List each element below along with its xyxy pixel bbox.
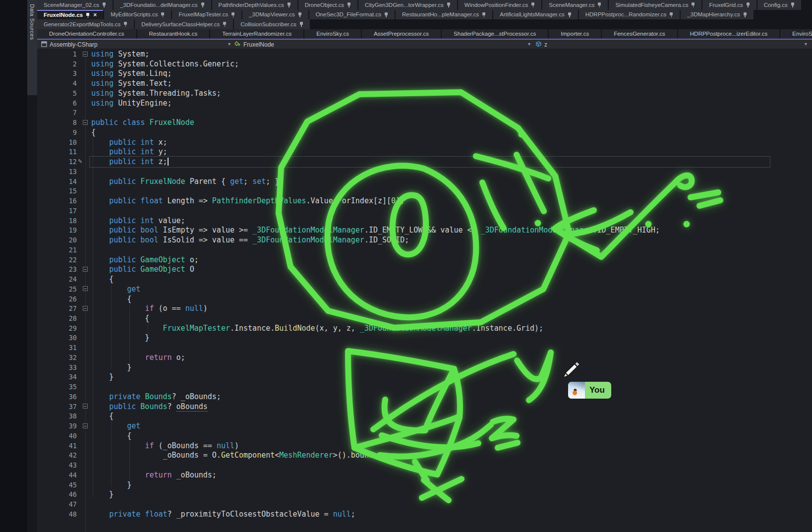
code-editor[interactable]: 1−using System;2using System.Collections… bbox=[37, 49, 812, 532]
code-line[interactable]: 37− public Bounds? oBounds bbox=[37, 402, 812, 412]
tab-importer-cs[interactable]: Importer.cs bbox=[549, 29, 601, 39]
code-line[interactable]: 26 { bbox=[37, 294, 812, 304]
code-line[interactable]: 44 return _oBounds; bbox=[37, 470, 812, 480]
tab-restaurantho-plemanager-cs[interactable]: RestaurantHo...pleManager.cs bbox=[396, 10, 492, 20]
tab-generator2exportmaptools-cs[interactable]: Generator2ExportMapTools.cs bbox=[37, 19, 134, 29]
fold-marker[interactable]: − bbox=[83, 423, 88, 428]
tab-droneobject-cs[interactable]: DroneObject.cs bbox=[298, 0, 357, 10]
tab-hdrppostproc-randomizer-cs[interactable]: HDRPPostproc...Randomizer.cs bbox=[579, 10, 680, 20]
tab-restauranthook-cs[interactable]: RestaurantHook.cs bbox=[137, 29, 210, 39]
code-line[interactable]: 19 public bool IsEmpty => value >= _3DFo… bbox=[37, 225, 812, 235]
tab-fencesgenerator-cs[interactable]: FencesGenerator.cs bbox=[602, 29, 677, 39]
tab-collisionsubscriber-cs[interactable]: CollisionSubscriber.cs bbox=[234, 19, 310, 29]
pin-icon[interactable] bbox=[299, 21, 303, 27]
chevron-down-icon[interactable]: ▾ bbox=[805, 41, 807, 47]
code-line[interactable]: 39− get bbox=[37, 421, 812, 431]
code-line[interactable]: 35 bbox=[37, 382, 812, 392]
type-dropdown[interactable]: FruxelNode bbox=[234, 41, 274, 49]
tab-citygen3dgen-torwrapper-cs[interactable]: CityGen3DGen...torWrapper.cs bbox=[358, 0, 457, 10]
tab-artificiallightsmanager-cs[interactable]: ArtificialLightsManager.cs bbox=[493, 10, 578, 20]
pin-icon[interactable] bbox=[531, 2, 535, 7]
tab-assetpreprocessor-cs[interactable]: AssetPreprocessor.cs bbox=[362, 29, 441, 39]
code-line[interactable]: 38 { bbox=[37, 411, 812, 421]
code-line[interactable]: 15 bbox=[37, 186, 812, 196]
code-line[interactable]: 23− public GameObject O bbox=[37, 264, 812, 274]
pin-icon[interactable] bbox=[669, 12, 673, 17]
tab-windowpositionfinder-cs[interactable]: WindowPositionFinder.cs bbox=[458, 0, 541, 10]
code-line[interactable]: 16 public float Length => PathfinderDept… bbox=[37, 196, 812, 206]
tab-droneorientationcontroller-cs[interactable]: DroneOrientationController.cs bbox=[37, 29, 136, 39]
pin-icon[interactable] bbox=[298, 12, 302, 17]
tab-fruxelmaptester-cs[interactable]: FruxelMapTester.cs bbox=[172, 10, 241, 20]
pin-icon[interactable] bbox=[201, 2, 205, 7]
code-line[interactable]: 47 bbox=[37, 499, 812, 509]
code-line[interactable]: 22 public GameObject o; bbox=[37, 255, 812, 265]
code-line[interactable]: 9{ bbox=[37, 127, 812, 137]
project-dropdown[interactable]: Assembly-CSharp bbox=[41, 41, 98, 49]
tab-3dmaphierarchy-cs[interactable]: _3DMapHierarchy.cs bbox=[681, 10, 754, 20]
pin-icon[interactable] bbox=[231, 12, 235, 17]
code-line[interactable]: 29 FruxelMapTester.Instance.BuildNode(x,… bbox=[37, 323, 812, 333]
pin-icon[interactable] bbox=[102, 2, 106, 7]
code-line[interactable]: 17 bbox=[37, 206, 812, 216]
tab-pathfinderdepthvalues-cs[interactable]: PathfinderDepthValues.cs bbox=[212, 0, 297, 10]
code-line[interactable]: 31 bbox=[37, 343, 812, 353]
tab-scenemanager-02-cs[interactable]: SceneManager_02.cs bbox=[37, 0, 113, 10]
tab-myeditorscripts-cs[interactable]: MyEditorScripts.cs bbox=[104, 10, 171, 20]
tab-hdrppostproce-izereditor-cs[interactable]: HDRPPostproce...izerEditor.cs bbox=[678, 29, 780, 39]
code-line[interactable]: 7 bbox=[37, 108, 812, 118]
pin-icon[interactable] bbox=[597, 2, 601, 7]
code-line[interactable]: 20 public bool IsSolid => value == _3DFo… bbox=[37, 235, 812, 245]
code-line[interactable]: 3using System.Linq; bbox=[37, 68, 812, 78]
code-line[interactable]: 32 return o; bbox=[37, 353, 812, 362]
tab-3dmapviewer-cs[interactable]: _3DMapViewer.cs bbox=[242, 10, 308, 20]
code-line[interactable]: 46 } bbox=[37, 489, 812, 499]
tab-config-cs[interactable]: Config.cs bbox=[757, 0, 801, 10]
pin-icon[interactable] bbox=[347, 2, 351, 7]
pin-icon[interactable] bbox=[482, 12, 486, 17]
code-line[interactable]: 30 } bbox=[37, 333, 812, 343]
pin-icon[interactable] bbox=[161, 12, 165, 17]
fold-marker[interactable]: − bbox=[83, 120, 88, 125]
fold-marker[interactable]: − bbox=[83, 52, 88, 57]
code-line[interactable]: 14 public FruxelNode Parent { get; set; … bbox=[37, 177, 812, 186]
code-line[interactable]: 25− get bbox=[37, 284, 812, 294]
tab-enviroskymgr-cs[interactable]: EnviroSkyMgr.cs bbox=[780, 29, 812, 39]
tab-shaderpackage-stprocessor-cs[interactable]: ShaderPackage...stProcessor.cs bbox=[442, 29, 548, 39]
tab-onesec3d-fileformat-cs[interactable]: OneSec3D_FileFormat.cs bbox=[309, 10, 395, 20]
fold-marker[interactable]: − bbox=[83, 404, 88, 409]
tab-envirosky-cs[interactable]: EnviroSky.cs bbox=[304, 29, 361, 39]
code-line[interactable]: 36 private Bounds? _oBounds; bbox=[37, 392, 812, 402]
fold-marker[interactable]: − bbox=[83, 306, 88, 311]
code-line[interactable]: 45 } bbox=[37, 480, 812, 490]
code-line[interactable]: 42 _oBounds = O.GetComponent<MeshRendere… bbox=[37, 450, 812, 460]
code-line[interactable]: 6using UnityEngine; bbox=[37, 98, 812, 108]
code-line[interactable]: 10 public int x; bbox=[37, 137, 812, 147]
code-line[interactable]: 28 { bbox=[37, 313, 812, 323]
code-line[interactable]: 18 public int value; bbox=[37, 216, 812, 226]
tab-fruxelnode-cs[interactable]: FruxelNode.cs× bbox=[37, 10, 103, 20]
tab-terrainlayerrandomizer-cs[interactable]: TerrainLayerRandomizer.cs bbox=[210, 29, 303, 39]
pin-icon[interactable] bbox=[384, 12, 388, 17]
data-sources-vertical-tab[interactable]: Data Sources bbox=[27, 0, 37, 95]
code-line[interactable]: 33 } bbox=[37, 362, 812, 372]
code-line[interactable]: 43 bbox=[37, 460, 812, 470]
pin-icon[interactable] bbox=[791, 2, 795, 7]
code-line[interactable]: 1−using System; bbox=[37, 49, 812, 59]
code-line[interactable]: 12✎ public int z; bbox=[37, 157, 812, 167]
code-line[interactable]: 34 } bbox=[37, 372, 812, 382]
pin-icon[interactable] bbox=[123, 21, 127, 27]
code-line[interactable]: 5using System.Threading.Tasks; bbox=[37, 88, 812, 98]
fold-marker[interactable]: − bbox=[83, 286, 88, 291]
pin-icon[interactable] bbox=[86, 12, 90, 18]
code-line[interactable]: 2using System.Collections.Generic; bbox=[37, 59, 812, 69]
close-icon[interactable]: × bbox=[93, 11, 97, 18]
pin-icon[interactable] bbox=[746, 2, 750, 7]
pin-icon[interactable] bbox=[287, 2, 291, 7]
tab-scenemanager-cs[interactable]: SceneManager.cs bbox=[542, 0, 608, 10]
chevron-down-icon[interactable]: ▾ bbox=[528, 41, 530, 47]
code-line[interactable]: 8−public class FruxelNode bbox=[37, 118, 812, 127]
code-line[interactable]: 21 bbox=[37, 245, 812, 255]
tab-simulatedfisheyecamera-cs[interactable]: SimulatedFisheyeCamera.cs bbox=[609, 0, 701, 10]
pin-icon[interactable] bbox=[223, 21, 227, 27]
